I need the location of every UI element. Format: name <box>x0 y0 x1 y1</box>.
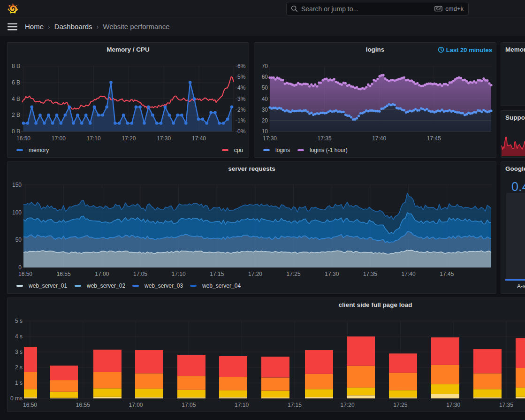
svg-text:17:15: 17:15 <box>288 402 302 408</box>
svg-text:5%: 5% <box>237 74 246 80</box>
svg-text:17:45: 17:45 <box>427 135 441 142</box>
svg-text:20: 20 <box>262 117 268 124</box>
svg-text:3 s: 3 s <box>15 349 23 355</box>
svg-text:16:55: 16:55 <box>57 271 71 277</box>
svg-text:17:10: 17:10 <box>235 402 249 408</box>
svg-text:3%: 3% <box>237 96 246 102</box>
svg-text:60: 60 <box>262 74 268 80</box>
svg-text:2 s: 2 s <box>15 364 23 371</box>
svg-text:50: 50 <box>15 237 22 243</box>
svg-text:0%: 0% <box>237 128 246 135</box>
svg-text:17:30: 17:30 <box>263 135 277 142</box>
svg-text:17:10: 17:10 <box>172 271 186 277</box>
svg-text:17:40: 17:40 <box>192 135 206 142</box>
svg-text:17:05: 17:05 <box>133 271 147 277</box>
svg-text:2%: 2% <box>237 107 246 113</box>
svg-text:17:00: 17:00 <box>52 135 66 142</box>
svg-text:16:55: 16:55 <box>76 402 90 408</box>
svg-text:4 s: 4 s <box>15 333 23 340</box>
svg-text:0 ms: 0 ms <box>10 395 23 402</box>
svg-text:17:30: 17:30 <box>446 402 460 408</box>
svg-text:17:00: 17:00 <box>95 271 109 277</box>
svg-text:17:35: 17:35 <box>363 271 377 277</box>
svg-text:4 B: 4 B <box>12 96 20 102</box>
svg-text:17:30: 17:30 <box>325 271 339 277</box>
svg-text:17:40: 17:40 <box>402 271 416 277</box>
svg-text:17:25: 17:25 <box>393 402 407 408</box>
svg-text:17:10: 17:10 <box>87 135 101 142</box>
svg-text:5 s: 5 s <box>15 318 23 324</box>
svg-text:10: 10 <box>262 128 268 135</box>
svg-text:17:35: 17:35 <box>499 402 513 408</box>
svg-text:0: 0 <box>18 264 22 271</box>
svg-text:17:15: 17:15 <box>210 271 224 277</box>
svg-text:17:45: 17:45 <box>440 271 454 277</box>
svg-text:2 B: 2 B <box>12 112 20 118</box>
svg-text:4%: 4% <box>237 84 246 91</box>
svg-text:50: 50 <box>262 84 268 91</box>
svg-text:16:50: 16:50 <box>16 135 30 142</box>
svg-text:150: 150 <box>12 182 22 188</box>
svg-text:17:05: 17:05 <box>182 402 196 408</box>
svg-text:17:20: 17:20 <box>122 135 136 142</box>
svg-text:17:30: 17:30 <box>157 135 171 142</box>
svg-text:70: 70 <box>262 63 268 69</box>
svg-text:30: 30 <box>262 107 268 113</box>
svg-text:0 B: 0 B <box>12 128 20 135</box>
svg-text:16:50: 16:50 <box>18 271 32 277</box>
svg-text:40: 40 <box>262 96 268 102</box>
svg-text:6 B: 6 B <box>12 79 20 86</box>
svg-text:17:25: 17:25 <box>287 271 301 277</box>
svg-text:1%: 1% <box>237 117 246 124</box>
svg-text:17:35: 17:35 <box>318 135 332 142</box>
svg-text:17:40: 17:40 <box>372 135 386 142</box>
svg-text:17:00: 17:00 <box>129 402 143 408</box>
svg-text:8 B: 8 B <box>12 63 20 69</box>
svg-text:6%: 6% <box>237 63 246 69</box>
svg-text:17:20: 17:20 <box>341 402 355 408</box>
svg-text:17:20: 17:20 <box>248 271 262 277</box>
svg-text:1 s: 1 s <box>15 380 23 386</box>
svg-text:100: 100 <box>12 209 22 216</box>
svg-text:16:50: 16:50 <box>23 402 37 408</box>
